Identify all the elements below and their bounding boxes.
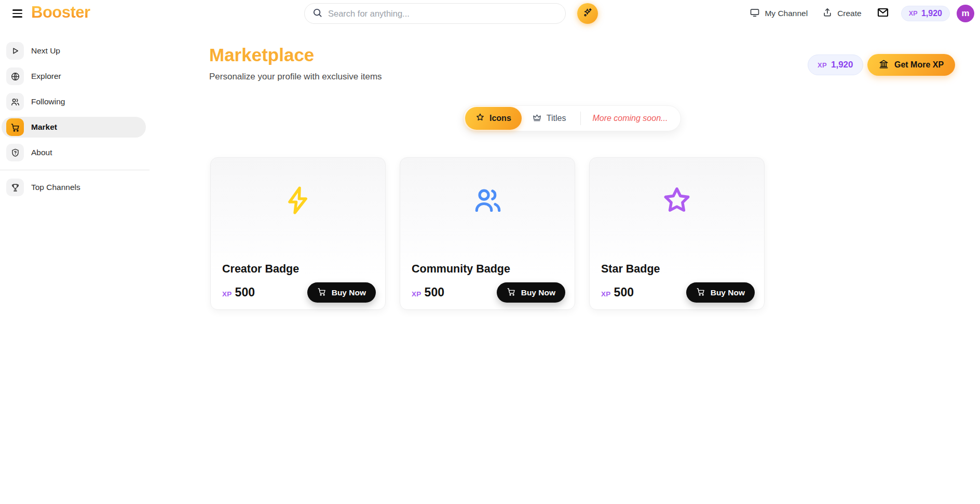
sidebar-item-label: Explorer [31, 72, 61, 81]
card-price: XP 500 [222, 285, 255, 299]
card-footer: XP 500 Buy Now [412, 282, 565, 303]
price-value: 500 [235, 285, 255, 299]
buy-now-label: Buy Now [711, 288, 745, 297]
card-price: XP 500 [412, 285, 444, 299]
search-bar[interactable] [304, 3, 566, 24]
card-community-badge: Community Badge XP 500 Buy Now [400, 157, 575, 310]
my-channel-link[interactable]: My Channel [750, 7, 808, 20]
cart-icon [317, 287, 326, 298]
cart-icon [507, 287, 516, 298]
price-value: 500 [614, 285, 634, 299]
sparkle-button[interactable] [577, 3, 598, 24]
sidebar-item-top-channels[interactable]: Top Channels [2, 177, 146, 198]
create-label: Create [837, 9, 862, 18]
users-icon [471, 184, 503, 219]
get-more-xp-label: Get More XP [894, 60, 944, 70]
star-icon [475, 113, 485, 124]
app-logo[interactable]: Booster [31, 3, 90, 22]
users-icon [6, 93, 24, 111]
monitor-icon [750, 7, 760, 20]
buy-now-button[interactable]: Buy Now [307, 282, 376, 303]
hamburger-menu-icon[interactable] [12, 8, 22, 19]
card-footer: XP 500 Buy Now [222, 282, 376, 303]
globe-icon [6, 67, 24, 85]
sidebar-item-explorer[interactable]: Explorer [2, 66, 146, 87]
sidebar-item-label: Top Channels [31, 183, 80, 192]
card-icon-area [400, 158, 575, 245]
buy-now-label: Buy Now [521, 288, 555, 297]
tabs-divider [580, 112, 581, 125]
sidebar-item-label: Next Up [31, 46, 60, 56]
card-creator-badge: Creator Badge XP 500 Buy Now [210, 157, 386, 310]
trophy-icon [6, 179, 24, 196]
my-channel-label: My Channel [765, 9, 808, 18]
avatar[interactable]: m [957, 5, 974, 22]
card-icon-area [211, 158, 385, 245]
buy-now-label: Buy Now [332, 288, 366, 297]
buy-now-button[interactable]: Buy Now [686, 282, 755, 303]
main-xp-badge[interactable]: XP 1,920 [808, 55, 863, 75]
tab-titles[interactable]: Titles [522, 107, 577, 130]
price-value: 500 [425, 285, 444, 299]
xp-label: XP [601, 290, 611, 298]
sidebar-item-about[interactable]: About [2, 142, 146, 163]
sidebar-item-following[interactable]: Following [2, 91, 146, 112]
search-icon [312, 7, 323, 20]
star-icon [661, 184, 693, 219]
marketplace-tabs: Icons Titles More coming soon... [463, 105, 681, 131]
create-link[interactable]: Create [822, 7, 862, 20]
page-title: Marketplace [209, 45, 314, 65]
tab-icons[interactable]: Icons [465, 107, 522, 130]
card-icon-area [590, 158, 764, 245]
xp-value: 1,920 [831, 60, 853, 70]
card-star-badge: Star Badge XP 500 Buy Now [589, 157, 765, 310]
mail-icon [876, 6, 890, 21]
sidebar-item-label: Following [31, 97, 65, 106]
topbar-xp-badge[interactable]: XP 1,920 [901, 6, 950, 21]
lightning-icon [282, 184, 314, 219]
topbar: Booster My Channel [0, 0, 980, 27]
xp-label: XP [909, 10, 918, 17]
sidebar-item-market[interactable]: Market [2, 117, 146, 138]
upload-icon [822, 7, 833, 20]
card-price: XP 500 [601, 285, 634, 299]
coming-soon-text: More coming soon... [585, 114, 679, 123]
get-more-xp-button[interactable]: Get More XP [867, 54, 955, 76]
avatar-initial: m [961, 8, 969, 19]
sparkles-icon [582, 7, 593, 20]
play-icon [6, 42, 24, 60]
crown-icon [532, 113, 542, 125]
card-title: Creator Badge [222, 263, 374, 276]
sidebar-item-label: About [31, 148, 52, 157]
card-footer: XP 500 Buy Now [601, 282, 755, 303]
topbar-right-cluster: My Channel Create XP 1,920 m [750, 0, 974, 27]
cart-icon [6, 118, 24, 136]
sidebar-item-next-up[interactable]: Next Up [2, 40, 146, 61]
sidebar-divider [0, 170, 149, 170]
xp-label: XP [222, 290, 232, 298]
tab-label: Titles [547, 114, 566, 123]
xp-label: XP [818, 61, 827, 69]
card-title: Star Badge [601, 263, 753, 276]
sidebar: Next Up Explorer Following Market [0, 27, 151, 504]
page-subtitle: Personalize your profile with exclusive … [209, 72, 382, 82]
marketplace-cards: Creator Badge XP 500 Buy Now [210, 157, 765, 310]
sidebar-item-label: Market [31, 122, 57, 132]
card-title: Community Badge [412, 263, 563, 276]
cart-icon [696, 287, 705, 298]
shield-question-icon [6, 144, 24, 161]
search-input[interactable] [328, 9, 558, 19]
tab-label: Icons [489, 114, 511, 123]
mail-button[interactable] [876, 6, 890, 21]
xp-label: XP [412, 290, 421, 298]
bank-icon [879, 59, 889, 71]
xp-value: 1,920 [921, 9, 942, 18]
buy-now-button[interactable]: Buy Now [497, 282, 565, 303]
